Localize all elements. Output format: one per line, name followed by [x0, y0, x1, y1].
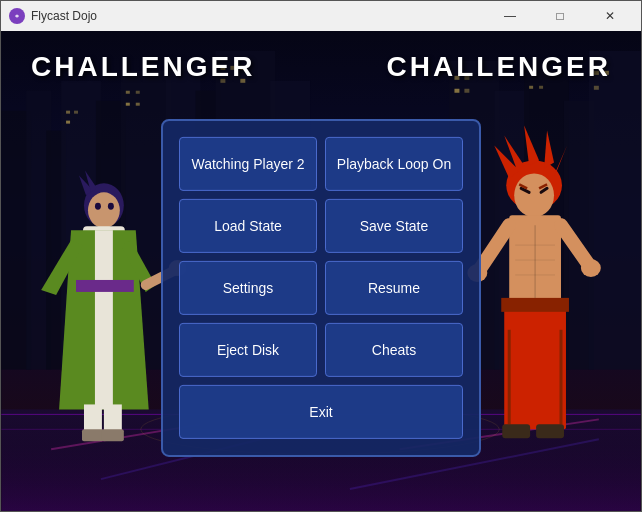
svg-rect-16 — [589, 51, 641, 370]
window-controls: — □ ✕ — [487, 1, 633, 31]
svg-rect-84 — [502, 424, 530, 438]
svg-rect-55 — [76, 280, 134, 292]
challenger-right-text: CHALLENGER — [387, 51, 611, 83]
svg-rect-17 — [66, 111, 70, 114]
settings-button[interactable]: Settings — [179, 261, 317, 315]
svg-rect-80 — [504, 300, 566, 429]
svg-point-49 — [88, 192, 120, 228]
main-window: Flycast Dojo — □ ✕ — [0, 0, 642, 512]
svg-rect-23 — [136, 103, 140, 106]
cheats-button[interactable]: Cheats — [325, 323, 463, 377]
svg-rect-63 — [102, 429, 124, 441]
svg-rect-21 — [136, 91, 140, 94]
svg-point-50 — [95, 203, 101, 210]
maximize-button[interactable]: □ — [537, 1, 583, 31]
svg-rect-54 — [95, 230, 113, 409]
svg-rect-34 — [539, 86, 543, 89]
game-area: CHALLENGER CHALLENGER Watching Player 2 … — [1, 31, 641, 511]
svg-rect-18 — [74, 111, 78, 114]
svg-rect-33 — [529, 86, 533, 89]
svg-rect-22 — [126, 103, 130, 106]
minimize-button[interactable]: — — [487, 1, 533, 31]
svg-rect-81 — [501, 298, 569, 312]
challenger-left-text: CHALLENGER — [31, 51, 255, 83]
svg-rect-20 — [126, 91, 130, 94]
svg-point-70 — [514, 173, 554, 217]
svg-rect-31 — [454, 89, 459, 93]
svg-point-51 — [108, 203, 114, 210]
watching-player-2-button[interactable]: Watching Player 2 — [179, 137, 317, 191]
resume-button[interactable]: Resume — [325, 261, 463, 315]
svg-rect-62 — [82, 429, 104, 441]
save-state-button[interactable]: Save State — [325, 199, 463, 253]
exit-button[interactable]: Exit — [179, 385, 463, 439]
playback-loop-on-button[interactable]: Playback Loop On — [325, 137, 463, 191]
svg-rect-19 — [66, 121, 70, 124]
load-state-button[interactable]: Load State — [179, 199, 317, 253]
eject-disk-button[interactable]: Eject Disk — [179, 323, 317, 377]
app-icon — [9, 8, 25, 24]
title-bar: Flycast Dojo — □ ✕ — [1, 1, 641, 31]
menu-overlay: Watching Player 2 Playback Loop On Load … — [161, 119, 481, 457]
svg-point-89 — [581, 259, 601, 277]
svg-rect-32 — [464, 89, 469, 93]
svg-rect-37 — [594, 86, 599, 90]
window-title: Flycast Dojo — [31, 9, 481, 23]
close-button[interactable]: ✕ — [587, 1, 633, 31]
svg-rect-85 — [536, 424, 564, 438]
